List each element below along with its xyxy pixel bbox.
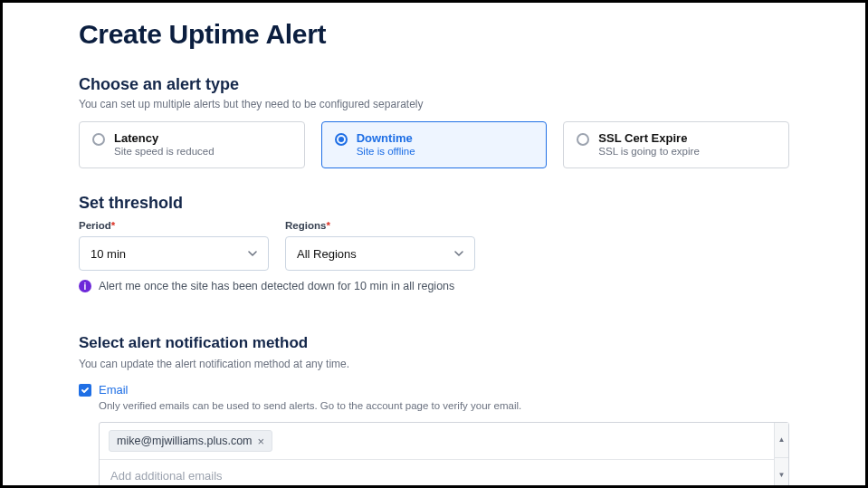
alert-type-options: Latency Site speed is reduced Downtime S…	[79, 121, 789, 168]
alert-type-helper: You can set up multiple alerts but they …	[79, 98, 789, 110]
period-field: Period* 10 min	[79, 220, 269, 271]
alert-card-sub: SSL is going to expire	[598, 146, 699, 157]
email-check-sub: Only verified emails can be used to send…	[99, 400, 789, 411]
regions-select[interactable]: All Regions	[285, 236, 475, 271]
email-chip: mike@mjwilliams.plus.com ×	[109, 430, 272, 452]
email-chip-text: mike@mjwilliams.plus.com	[117, 435, 253, 447]
radio-icon	[577, 133, 589, 146]
chevron-down-icon	[248, 249, 257, 258]
radio-icon	[335, 133, 348, 146]
radio-icon	[92, 133, 105, 146]
regions-label: Regions*	[285, 220, 475, 231]
email-spinner: ▲ ▼	[774, 423, 788, 488]
email-box: mike@mjwilliams.plus.com × ▲ ▼	[99, 422, 789, 488]
alert-card-sub: Site is offline	[357, 146, 415, 157]
email-check-row: Email	[79, 383, 789, 397]
alert-card-sub: Site speed is reduced	[114, 146, 215, 157]
email-checkbox[interactable]	[79, 384, 91, 397]
alert-card-title: Downtime	[357, 131, 415, 145]
period-label: Period*	[79, 220, 269, 231]
period-select[interactable]: 10 min	[79, 236, 269, 271]
regions-value: All Regions	[297, 247, 357, 261]
chevron-down-icon	[454, 249, 463, 258]
email-check-label: Email	[99, 383, 129, 397]
email-input[interactable]	[100, 460, 788, 488]
alert-card-latency[interactable]: Latency Site speed is reduced	[79, 121, 305, 168]
alert-card-title: Latency	[114, 131, 215, 145]
close-icon[interactable]: ×	[258, 435, 265, 447]
alert-card-downtime[interactable]: Downtime Site is offline	[321, 121, 548, 168]
regions-field: Regions* All Regions	[285, 220, 475, 271]
threshold-heading: Set threshold	[79, 194, 789, 213]
threshold-section: Set threshold Period* 10 min Regions* Al…	[79, 194, 789, 292]
alert-card-ssl[interactable]: SSL Cert Expire SSL is going to expire	[563, 121, 789, 168]
spinner-down[interactable]: ▼	[775, 458, 788, 489]
notification-helper: You can update the alert notification me…	[79, 358, 789, 370]
email-chip-row: mike@mjwilliams.plus.com ×	[100, 423, 788, 460]
threshold-info: i Alert me once the site has been detect…	[79, 280, 789, 292]
alert-type-heading: Choose an alert type	[79, 75, 789, 94]
alert-card-title: SSL Cert Expire	[598, 131, 699, 145]
spinner-up[interactable]: ▲	[775, 423, 788, 458]
notification-section: Select alert notification method You can…	[79, 334, 789, 488]
period-value: 10 min	[91, 247, 126, 261]
alert-type-section: Choose an alert type You can set up mult…	[79, 75, 789, 168]
info-icon: i	[79, 280, 91, 292]
notification-heading: Select alert notification method	[79, 334, 789, 352]
threshold-info-text: Alert me once the site has been detected…	[99, 280, 454, 292]
page-title: Create Uptime Alert	[79, 19, 789, 50]
